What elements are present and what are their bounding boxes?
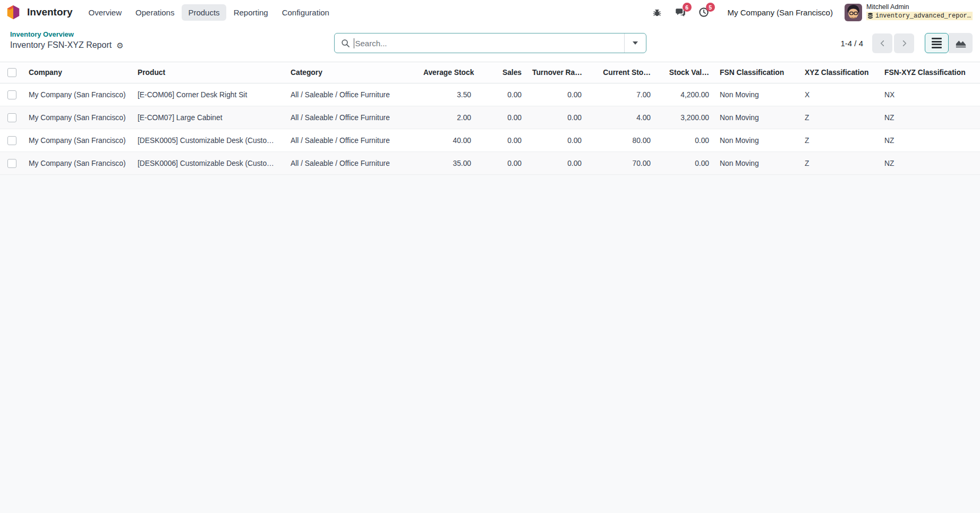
cell-fsn: Non Moving (714, 83, 799, 106)
row-checkbox[interactable] (7, 113, 16, 122)
activities-icon[interactable]: 5 (698, 6, 710, 18)
cell-sales: 0.00 (476, 129, 527, 152)
cell-stock-value: 4,200.00 (656, 83, 714, 106)
cell-product: [DESK0005] Customizable Desk (Custo… (132, 129, 285, 152)
company-switcher[interactable]: My Company (San Francisco) (728, 8, 833, 17)
list-view-icon (932, 38, 942, 48)
cell-sales: 0.00 (476, 83, 527, 106)
cell-fsn: Non Moving (714, 152, 799, 175)
select-all-cell (0, 62, 23, 83)
cell-company: My Company (San Francisco) (23, 152, 132, 175)
col-category[interactable]: Category (285, 62, 418, 83)
cell-category: All / Saleable / Office Furniture (285, 83, 418, 106)
database-name: inventory_advanced_repor… (875, 12, 971, 20)
graph-view-button[interactable] (949, 33, 973, 53)
cell-category: All / Saleable / Office Furniture (285, 152, 418, 175)
cell-current-stock: 80.00 (587, 129, 656, 152)
select-all-checkbox[interactable] (7, 68, 16, 77)
avatar (845, 4, 862, 21)
search-icon (341, 39, 350, 48)
cell-xyz: Z (799, 106, 879, 129)
database-badge: inventory_advanced_repor… (866, 12, 973, 20)
user-menu[interactable]: Mitchell Admin inventory_advanced_repor… (845, 3, 973, 21)
cell-product: [DESK0006] Customizable Desk (Custo… (132, 152, 285, 175)
inventory-app-icon[interactable] (5, 4, 21, 20)
cell-average-stock: 2.00 (418, 106, 476, 129)
search-dropdown-toggle[interactable] (624, 33, 646, 53)
activities-badge: 5 (706, 3, 715, 12)
caret-down-icon (633, 41, 638, 45)
cell-xyz: Z (799, 152, 879, 175)
col-sales[interactable]: Sales (476, 62, 527, 83)
cell-category: All / Saleable / Office Furniture (285, 129, 418, 152)
col-company[interactable]: Company (23, 62, 132, 83)
row-checkbox[interactable] (7, 159, 16, 168)
cell-product: [E-COM07] Large Cabinet (132, 106, 285, 129)
cell-sales: 0.00 (476, 152, 527, 175)
cell-xyz: Z (799, 129, 879, 152)
cell-fsn: Non Moving (714, 129, 799, 152)
user-name: Mitchell Admin (866, 3, 973, 12)
app-brand[interactable]: Inventory (27, 6, 73, 18)
cell-stock-value: 3,200.00 (656, 106, 714, 129)
cell-company: My Company (San Francisco) (23, 129, 132, 152)
col-fsn-classification[interactable]: FSN Classification (714, 62, 799, 83)
col-xyz-classification[interactable]: XYZ Classification (799, 62, 879, 83)
table-row[interactable]: My Company (San Francisco) [E-COM07] Lar… (0, 106, 980, 129)
view-switcher (925, 33, 973, 53)
cell-average-stock: 3.50 (418, 83, 476, 106)
cell-average-stock: 40.00 (418, 129, 476, 152)
cell-current-stock: 4.00 (587, 106, 656, 129)
col-product[interactable]: Product (132, 62, 285, 83)
cell-fsn-xyz: NX (879, 83, 980, 106)
col-average-stock[interactable]: Average Stock (418, 62, 476, 83)
pager-previous-button[interactable] (872, 33, 892, 53)
row-checkbox[interactable] (7, 136, 16, 145)
table-row[interactable]: My Company (San Francisco) [DESK0006] Cu… (0, 152, 980, 175)
messages-badge: 6 (683, 3, 692, 12)
cell-sales: 0.00 (476, 106, 527, 129)
messages-icon[interactable]: 6 (675, 6, 686, 18)
cell-fsn: Non Moving (714, 106, 799, 129)
gear-icon[interactable]: ⚙ (116, 41, 123, 49)
cell-average-stock: 35.00 (418, 152, 476, 175)
menu-configuration[interactable]: Configuration (276, 4, 336, 21)
menu-operations[interactable]: Operations (129, 4, 181, 21)
col-turnover-ratio[interactable]: Turnover Ra… (527, 62, 587, 83)
col-current-stock[interactable]: Current Sto… (587, 62, 656, 83)
report-table: Company Product Category Average Stock S… (0, 62, 980, 175)
top-navbar: Inventory Overview Operations Products R… (0, 0, 980, 24)
database-icon (867, 13, 873, 19)
cell-stock-value: 0.00 (656, 152, 714, 175)
cell-turnover-ratio: 0.00 (527, 129, 587, 152)
cell-category: All / Saleable / Office Furniture (285, 106, 418, 129)
chevron-left-icon (879, 39, 887, 47)
cell-fsn-xyz: NZ (879, 129, 980, 152)
cell-fsn-xyz: NZ (879, 152, 980, 175)
col-stock-value[interactable]: Stock Val… (656, 62, 714, 83)
table-row[interactable]: My Company (San Francisco) [DESK0005] Cu… (0, 129, 980, 152)
cell-company: My Company (San Francisco) (23, 106, 132, 129)
cell-product: [E-COM06] Corner Desk Right Sit (132, 83, 285, 106)
cell-current-stock: 7.00 (587, 83, 656, 106)
cell-turnover-ratio: 0.00 (527, 83, 587, 106)
cell-current-stock: 70.00 (587, 152, 656, 175)
control-panel: Inventory Overview Inventory FSN-XYZ Rep… (0, 24, 980, 62)
cell-company: My Company (San Francisco) (23, 83, 132, 106)
search-bar (334, 33, 646, 53)
menu-reporting[interactable]: Reporting (227, 4, 275, 21)
pager-next-button[interactable] (894, 33, 914, 53)
search-input[interactable] (354, 39, 624, 48)
debug-bug-icon[interactable] (651, 6, 663, 18)
list-view-button[interactable] (925, 33, 949, 53)
col-fsn-xyz-classification[interactable]: FSN-XYZ Classification (879, 62, 980, 83)
pager-value[interactable]: 1-4 / 4 (840, 39, 863, 48)
graph-view-icon (955, 38, 967, 48)
breadcrumb-inventory-overview[interactable]: Inventory Overview (10, 30, 74, 38)
menu-products[interactable]: Products (182, 4, 226, 21)
menu-overview[interactable]: Overview (82, 4, 129, 21)
table-row[interactable]: My Company (San Francisco) [E-COM06] Cor… (0, 83, 980, 106)
row-checkbox[interactable] (7, 90, 16, 99)
table-header-row: Company Product Category Average Stock S… (0, 62, 980, 83)
cell-turnover-ratio: 0.00 (527, 152, 587, 175)
